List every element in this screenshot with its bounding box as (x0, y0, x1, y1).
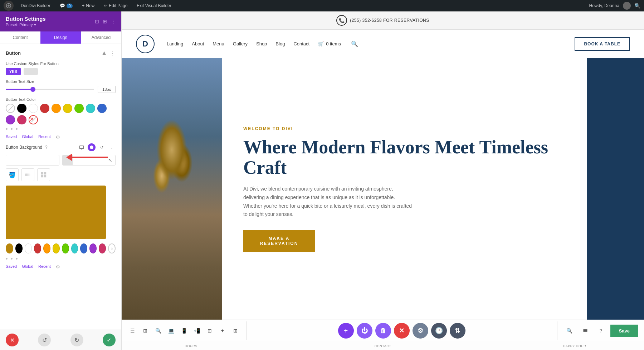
bottom-swatch-white[interactable] (25, 243, 32, 253)
user-avatar[interactable] (623, 2, 631, 10)
settings-module-button[interactable]: ⚙ (413, 323, 428, 339)
toolbar-columns-icon[interactable]: ⊞ (139, 324, 152, 337)
dots-more[interactable]: • • • (6, 126, 116, 132)
nav-cart[interactable]: 🛒 0 items (318, 41, 341, 46)
toggle-yes-btn[interactable]: YES (6, 68, 21, 75)
new-item[interactable]: + New (80, 3, 97, 8)
color-input-field-1[interactable] (16, 158, 59, 162)
color-swatch-orange[interactable] (52, 104, 61, 113)
slider-thumb[interactable] (30, 87, 35, 92)
color-swatch-transparent[interactable] (6, 104, 15, 113)
color-swatch-teal[interactable] (86, 104, 95, 113)
tab-design[interactable]: Design (40, 31, 81, 44)
color-swatch-black[interactable] (17, 104, 26, 113)
panel-icon-columns[interactable]: ⊞ (103, 19, 107, 24)
undo-button[interactable]: ↺ (38, 334, 51, 346)
wp-logo-icon[interactable] (4, 1, 14, 11)
panel-icon-more[interactable]: ⋮ (111, 19, 116, 24)
comments-item[interactable]: 💬 0 (58, 3, 75, 8)
cancel-button[interactable]: ✕ (6, 334, 19, 346)
toolbar-selection-icon[interactable]: ⊡ (203, 324, 216, 337)
color-input-box-2[interactable]: ↖ (62, 155, 116, 166)
color-swatch-yellow[interactable] (63, 104, 72, 113)
book-table-button[interactable]: BOOK A TABLE (575, 37, 630, 51)
edit-page-item[interactable]: ✏ Edit Page (102, 3, 130, 8)
confirm-button[interactable]: ✓ (103, 334, 116, 346)
text-size-value[interactable]: 13px (98, 86, 116, 93)
section-more-icon[interactable]: ⋮ (110, 50, 116, 56)
tab-advanced[interactable]: Advanced (81, 31, 121, 44)
bg-icon-more[interactable]: ⋮ (108, 143, 116, 151)
color-saved[interactable]: Saved (6, 134, 17, 140)
swap-button[interactable]: ⇅ (450, 323, 465, 339)
bottom-swatch-custom[interactable] (108, 243, 116, 253)
toolbar-tablet-icon[interactable]: 📱 (177, 324, 190, 337)
nav-gallery[interactable]: Gallery (233, 41, 248, 46)
layers-icon[interactable] (579, 324, 592, 337)
panel-preset[interactable]: Preset: Primary ▾ (6, 23, 46, 27)
toolbar-desktop-icon[interactable]: 💻 (165, 324, 177, 337)
bottom-swatch-teal[interactable] (71, 243, 78, 253)
panel-icon-desktop[interactable]: ⊡ (95, 19, 99, 24)
toolbar-search-icon[interactable]: 🔍 (152, 324, 165, 337)
add-module-button[interactable]: + (338, 323, 354, 339)
color-global[interactable]: Global (22, 134, 33, 140)
bottom-swatch-yellow[interactable] (53, 243, 60, 253)
toolbar-mobile-icon[interactable]: 📲 (190, 324, 203, 337)
redo-button[interactable]: ↻ (70, 334, 83, 346)
nav-contact[interactable]: Contact (293, 41, 309, 46)
nav-search-icon[interactable]: 🔍 (351, 40, 358, 47)
text-size-slider[interactable] (6, 89, 94, 90)
color-swatch-pink[interactable] (17, 115, 26, 124)
bg-help-icon[interactable]: ? (45, 145, 48, 150)
fill-gradient-icon[interactable] (21, 168, 34, 181)
section-collapse-icon[interactable]: ▲ (101, 50, 107, 56)
nav-about[interactable]: About (192, 41, 204, 46)
exit-visual-builder[interactable]: Exit Visual Builder (135, 3, 174, 8)
help-icon[interactable]: ? (595, 324, 608, 337)
color-swatch-blue[interactable] (97, 104, 107, 113)
toolbar-sections-icon[interactable]: ☰ (126, 324, 139, 337)
bottom-recent[interactable]: Recent (38, 264, 51, 270)
save-button[interactable]: Save (610, 325, 638, 337)
bottom-swatch-red[interactable] (34, 243, 41, 253)
clock-button[interactable]: 🕐 (431, 323, 447, 339)
bottom-dots-more[interactable]: • • • (6, 256, 116, 262)
bottom-global[interactable]: Global (22, 264, 33, 270)
bg-icon-active[interactable] (88, 143, 96, 151)
bottom-swatch-pink[interactable] (99, 243, 106, 253)
color-swatch-purple[interactable] (6, 115, 15, 124)
fill-paint-icon[interactable]: 🪣 (6, 168, 19, 181)
fill-pattern-icon[interactable] (37, 168, 50, 181)
bottom-swatch-blue[interactable] (80, 243, 87, 253)
tab-content[interactable]: Content (0, 31, 40, 44)
color-settings-icon[interactable]: ⚙ (56, 134, 60, 140)
nav-landing[interactable]: Landing (167, 41, 183, 46)
bottom-settings-icon[interactable]: ⚙ (56, 264, 60, 270)
admin-search-icon[interactable]: 🔍 (634, 3, 640, 9)
nav-menu[interactable]: Menu (213, 41, 224, 46)
delete-button[interactable]: 🗑 (375, 323, 391, 339)
color-swatch-white[interactable] (29, 104, 38, 113)
site-name-bar[interactable]: DonDivi Builder (19, 3, 53, 8)
bg-icon-desktop[interactable] (78, 143, 86, 151)
color-recent[interactable]: Recent (38, 134, 51, 140)
make-reservation-button[interactable]: MAKE A RESERVATION (243, 230, 315, 252)
toolbar-grid-magic-icon[interactable]: ✦ (216, 324, 229, 337)
nav-shop[interactable]: Shop (256, 41, 267, 46)
color-swatch-custom[interactable]: ✕ (29, 115, 38, 124)
toolbar-grid-icon[interactable]: ⊞ (229, 324, 242, 337)
toggle-box[interactable] (24, 68, 38, 75)
bottom-swatch-ltgreen[interactable] (62, 243, 69, 253)
bg-icon-undo[interactable]: ↺ (98, 143, 106, 151)
color-swatch-red[interactable] (40, 104, 49, 113)
site-logo[interactable]: D (136, 35, 155, 53)
color-swatch-green[interactable] (74, 104, 84, 113)
bottom-swatch-purple[interactable] (89, 243, 97, 253)
bottom-swatch-gold[interactable] (6, 243, 13, 253)
bottom-swatch-black[interactable] (15, 243, 23, 253)
close-module-button[interactable]: ✕ (394, 323, 410, 339)
nav-blog[interactable]: Blog (275, 41, 285, 46)
color-input-box-1[interactable] (6, 155, 59, 166)
bottom-saved[interactable]: Saved (6, 264, 17, 270)
